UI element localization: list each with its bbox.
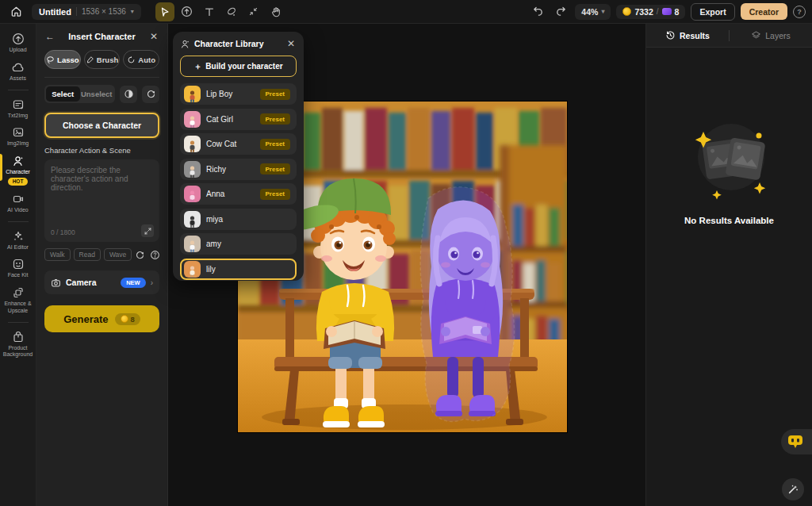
redo-button[interactable] [552,3,569,21]
tag-wave[interactable]: Wave [104,248,132,261]
image-to-image-icon [12,126,25,139]
insert-character-panel: ← Insert Character ✕ Lasso Brush Auto Se… [36,24,168,506]
character-library-icon [180,39,190,49]
sidebar-item-txt2img[interactable]: Txt2Img [0,94,36,123]
unselect-option[interactable]: Unselect [80,86,114,102]
sidebar-label: Product Background [1,345,36,359]
left-sidebar: Upload Assets Txt2Img Img2Img Character … [0,24,36,506]
camera-row[interactable]: Camera NEW › [44,270,159,294]
reset-selection-button[interactable] [142,86,159,103]
camera-icon [51,278,61,288]
tab-layers[interactable]: Layers [730,30,812,40]
creator-button[interactable]: Creator [741,3,787,20]
shrink-icon [248,6,259,17]
library-title: Character Library [194,39,282,48]
package-icon [12,331,25,343]
prompt-input[interactable] [51,166,153,212]
sidebar-item-assets[interactable]: Assets [0,57,36,86]
character-row-cat-girl[interactable]: Cat Girl Preset [180,109,297,130]
character-row-anna[interactable]: Anna Preset [180,183,297,205]
sidebar-item-enhance-upscale[interactable]: Enhance & Upscale [0,282,36,318]
sidebar-item-character[interactable]: Character HOT [0,151,36,189]
back-icon[interactable]: ← [44,31,56,42]
build-your-character-button[interactable]: ＋ Build your character [180,56,297,77]
character-row-richy[interactable]: Richy Preset [180,159,297,180]
collapse-tool-button[interactable] [244,2,263,21]
magic-wand-button[interactable] [782,478,804,500]
panel-title: Insert Character [68,32,135,41]
generate-button[interactable]: Generate 8 [44,305,159,332]
sidebar-label: Upload [1,47,36,54]
action-scene-label: Character Action & Scene [44,146,159,155]
select-option[interactable]: Select [46,86,80,102]
tab-results[interactable]: Results [646,30,729,40]
text-tool-button[interactable] [200,2,219,21]
brush-icon [86,56,94,64]
character-row-lily[interactable]: lily [180,259,297,280]
character-row-amy[interactable]: amy [180,233,297,255]
character-thumbnail [184,261,201,278]
help-button[interactable]: ? [793,6,806,18]
sidebar-item-upload[interactable]: Upload [0,29,36,57]
divider [8,90,29,90]
credits-separator: / [657,7,659,16]
lasso-tool-button[interactable]: Lasso [44,50,81,69]
preset-badge: Preset [260,189,290,200]
sidebar-label: AI Video [1,207,36,214]
sidebar-item-img2img[interactable]: Img2Img [0,122,36,151]
app-root: Untitled 1536 × 1536 ▾ [0,0,812,506]
sidebar-label: Character [1,169,36,176]
character-name: Richy [206,165,255,174]
undo-button[interactable] [529,3,546,21]
character-row-cow-cat[interactable]: Cow Cat Preset [180,133,297,155]
chevron-right-icon: › [151,278,153,287]
character-thumbnail [184,186,201,202]
select-mode-toggle: Select Unselect [44,85,115,103]
sidebar-label: Img2Img [1,140,36,148]
character-row-miya[interactable]: miya [180,209,297,230]
sidebar-label: Face Kit [1,272,36,279]
chevron-down-icon: ▾ [601,8,604,15]
invert-selection-button[interactable] [120,86,137,103]
refresh-icon [146,89,156,99]
undo-icon [532,6,544,17]
upload-tool-button[interactable] [178,2,197,21]
select-tool-button[interactable] [155,2,174,21]
sidebar-item-face-kit[interactable]: Face Kit [0,254,36,282]
close-icon[interactable]: ✕ [148,31,159,42]
close-icon[interactable]: ✕ [285,38,297,49]
cloud-icon [12,61,25,74]
credits-badge[interactable]: 7332 / 8 [616,5,685,19]
character-thumbnail [184,111,201,128]
preset-badge: Preset [260,113,290,125]
character-row-lip-boy[interactable]: Lip Boy Preset [180,83,297,105]
tag-walk[interactable]: Walk [44,248,71,261]
sidebar-label: AI Editor [1,244,36,251]
brush-tool-button[interactable] [222,2,241,21]
preset-badge: Preset [260,139,290,150]
help-icon[interactable] [150,250,160,260]
choose-character-button[interactable]: Choose a Character [44,113,159,138]
hand-tool-button[interactable] [266,2,285,21]
export-button[interactable]: Export [691,3,734,21]
tag-read[interactable]: Read [74,248,101,261]
auto-select-button[interactable]: Auto [123,50,159,69]
video-icon [12,193,25,205]
zoom-level-dropdown[interactable]: 44% ▾ [575,4,611,20]
sidebar-item-product-background[interactable]: Product Background [0,327,36,362]
character-icon [12,155,25,167]
text-icon [204,6,215,17]
feedback-chat-button[interactable] [781,429,812,454]
hot-badge: HOT [8,178,29,186]
results-tab-label: Results [680,31,710,40]
layers-tab-label: Layers [765,31,791,40]
brush-select-button[interactable]: Brush [84,50,121,69]
sparkles-icon [12,230,25,243]
sidebar-item-ai-video[interactable]: AI Video [0,189,36,217]
shuffle-prompts-button[interactable] [135,250,145,260]
lasso-icon [46,56,55,64]
sidebar-item-ai-editor[interactable]: AI Editor [0,226,36,255]
document-title-pill[interactable]: Untitled 1536 × 1536 ▾ [32,4,141,20]
home-button[interactable] [6,2,25,21]
expand-button[interactable] [141,224,154,237]
